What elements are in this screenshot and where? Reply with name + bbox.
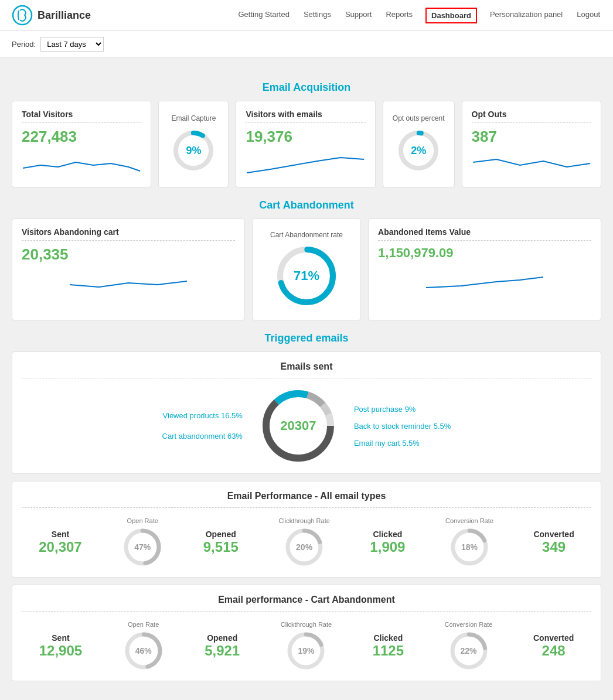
nav-settings[interactable]: Settings	[302, 8, 332, 23]
perf-cart-click-rate: Clickthrough Rate 19%	[281, 621, 332, 671]
perf-all-row: Sent 20,307 Open Rate 47% Opened 9,515 C…	[22, 517, 591, 568]
email-acquisition-cards: Total Visitors 227,483 Email Capture 9% …	[12, 101, 601, 187]
perf-cart-opened-value: 5,921	[205, 643, 240, 659]
perf-cart-title: Email performance - Cart Abandonment	[22, 595, 591, 612]
perf-cart-sent: Sent 12,905	[39, 633, 82, 659]
total-visitors-value: 227,483	[22, 128, 141, 146]
cart-abandonment-title: Cart Abandonment	[12, 199, 601, 211]
perf-cart-conv-rate-donut: 22%	[448, 630, 489, 671]
triggered-labels-left: Viewed products 16.5% Cart abandonment 6…	[162, 411, 243, 441]
perf-all-open-rate-label: Open Rate	[127, 517, 158, 524]
visitors-emails-sparkline	[246, 151, 365, 177]
triggered-label-viewed: Viewed products 16.5%	[162, 411, 243, 420]
cart-rate-label: Cart Abandonment rate	[270, 231, 343, 239]
abandoned-value-card: Abandoned Items Value 1,150,979.09	[368, 218, 601, 320]
total-visitors-sparkline	[22, 151, 141, 177]
visitors-emails-value: 19,376	[246, 128, 365, 146]
email-capture-label: Email Capture	[171, 114, 216, 122]
visitors-abandoning-value: 20,335	[22, 245, 235, 264]
cart-abandonment-cards: Visitors Abandoning cart 20,335 Cart Aba…	[12, 218, 601, 320]
opt-outs-value: 387	[472, 128, 591, 146]
total-visitors-label: Total Visitors	[22, 110, 141, 123]
abandoned-value-sparkline	[378, 265, 591, 292]
perf-cart-open-rate: Open Rate 46%	[123, 621, 164, 671]
total-visitors-card: Total Visitors 227,483	[12, 101, 151, 187]
perf-all-converted-value: 349	[542, 539, 566, 555]
perf-all-title: Email Performance - All email types	[22, 491, 591, 508]
abandoned-value-label: Abandoned Items Value	[378, 227, 591, 241]
perf-all-click-rate-donut: 20%	[284, 527, 325, 568]
perf-cart-conv-rate: Conversion Rate 22%	[445, 621, 493, 671]
perf-all-clicked-value: 1,909	[370, 539, 405, 555]
triggered-label-stock: Back to stock reminder 5.5%	[354, 422, 451, 431]
perf-cart-row: Sent 12,905 Open Rate 46% Opened 5,921 C…	[22, 621, 591, 671]
opt-outs-card: Opt Outs 387	[462, 101, 601, 187]
perf-all-clicked-label: Clicked	[373, 530, 402, 539]
perf-cart-open-rate-value: 46%	[135, 646, 152, 655]
perf-cart-converted-label: Converted	[533, 633, 574, 643]
perf-cart-clicked: Clicked 1125	[373, 633, 404, 659]
email-capture-card: Email Capture 9%	[158, 101, 229, 187]
triggered-emails-title: Triggered emails	[12, 332, 601, 344]
nav-reports[interactable]: Reports	[384, 8, 414, 23]
perf-all-opened: Opened 9,515	[203, 530, 239, 555]
perf-cart-click-rate-label: Clickthrough Rate	[281, 621, 332, 628]
visitors-abandoning-label: Visitors Abandoning cart	[22, 227, 235, 241]
visitors-emails-label: Visitors with emails	[246, 110, 365, 123]
triggered-label-emailcart: Email my cart 5.5%	[354, 439, 451, 448]
visitors-abandoning-card: Visitors Abandoning cart 20,335	[12, 218, 245, 320]
perf-cart-card: Email performance - Cart Abandonment Sen…	[12, 585, 601, 681]
nav-logout[interactable]: Logout	[575, 8, 601, 23]
nav-dashboard[interactable]: Dashboard	[425, 8, 477, 23]
perf-cart-clicked-value: 1125	[373, 643, 404, 659]
perf-cart-sent-label: Sent	[52, 633, 69, 643]
perf-cart-click-rate-value: 19%	[298, 646, 314, 655]
cart-rate-card: Cart Abandonment rate 71%	[252, 218, 361, 320]
perf-cart-clicked-label: Clicked	[373, 633, 403, 643]
perf-all-sent-value: 20,307	[39, 539, 81, 555]
svg-point-0	[13, 6, 32, 25]
triggered-center-value: 20307	[280, 418, 316, 433]
perf-all-sent: Sent 20,307	[39, 530, 81, 555]
perf-cart-sent-value: 12,905	[39, 643, 82, 659]
perf-all-opened-value: 9,515	[203, 539, 239, 555]
perf-all-conv-rate-donut: 18%	[449, 527, 490, 568]
opt-outs-label: Opt Outs	[472, 110, 591, 123]
perf-all-open-rate: Open Rate 47%	[122, 517, 163, 568]
perf-cart-conv-rate-value: 22%	[461, 646, 477, 655]
triggered-emails-card: Emails sent Viewed products 16.5% Cart a…	[12, 351, 601, 474]
opt-outs-sparkline	[472, 151, 591, 177]
header: Barilliance Getting Started Settings Sup…	[0, 0, 613, 31]
perf-all-click-rate: Clickthrough Rate 20%	[278, 517, 329, 568]
nav: Getting Started Settings Support Reports…	[237, 8, 602, 23]
triggered-label-post: Post purchase 9%	[354, 405, 451, 414]
perf-cart-opened-label: Opened	[207, 633, 237, 643]
perf-cart-click-rate-donut: 19%	[285, 630, 326, 671]
perf-all-card: Email Performance - All email types Sent…	[12, 481, 601, 578]
opt-outs-percent-value: 2%	[411, 145, 426, 157]
perf-all-conv-rate-label: Conversion Rate	[445, 517, 493, 524]
email-capture-donut: 9%	[170, 127, 217, 174]
perf-all-converted: Converted 349	[533, 530, 574, 555]
perf-cart-converted-value: 248	[542, 643, 566, 659]
cart-rate-donut: 71%	[274, 244, 339, 308]
email-acquisition-title: Email Acquisition	[12, 81, 601, 94]
perf-all-clicked: Clicked 1,909	[370, 530, 405, 555]
triggered-main-donut: 20307	[260, 388, 336, 464]
triggered-labels-right: Post purchase 9% Back to stock reminder …	[354, 405, 451, 448]
triggered-emails-card-title: Emails sent	[22, 361, 591, 378]
period-select[interactable]: Last 7 days Last 30 days Last 90 days	[40, 37, 104, 52]
perf-cart-open-rate-donut: 46%	[123, 630, 164, 671]
nav-support[interactable]: Support	[344, 8, 373, 23]
logo-text: Barilliance	[38, 9, 91, 22]
nav-getting-started[interactable]: Getting Started	[237, 8, 291, 23]
perf-all-open-rate-value: 47%	[134, 542, 151, 552]
visitors-abandoning-sparkline	[22, 268, 235, 295]
perf-cart-conv-rate-label: Conversion Rate	[445, 621, 493, 628]
nav-personalization[interactable]: Personalization panel	[489, 8, 564, 23]
logo: Barilliance	[12, 5, 91, 26]
cart-rate-value: 71%	[294, 268, 319, 284]
perf-cart-opened: Opened 5,921	[205, 633, 240, 659]
perf-all-converted-label: Converted	[533, 530, 574, 539]
opt-outs-percent-card: Opt outs percent 2%	[383, 101, 455, 187]
